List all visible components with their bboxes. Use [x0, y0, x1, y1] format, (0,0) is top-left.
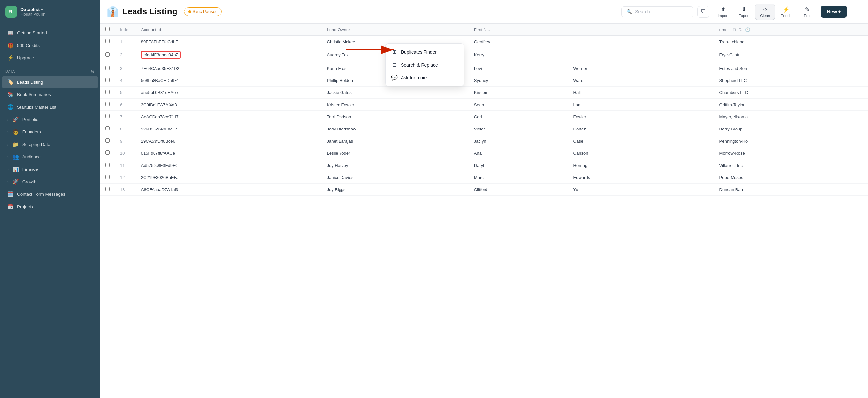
search-replace-item[interactable]: ⊟ Search & Replace	[386, 58, 464, 71]
sidebar-item-audience[interactable]: › 👥 Audience	[2, 151, 98, 163]
sidebar-item-growth[interactable]: › 🚀 Growth	[2, 176, 98, 188]
history-icon[interactable]: 🕐	[745, 27, 750, 32]
audience-icon: 👥	[12, 154, 19, 160]
cell-company: Pope-Moses	[714, 171, 868, 184]
table-row[interactable]: 12 2C219F3026BaEFa Janice Davies Marc Ed…	[100, 171, 868, 184]
cell-first-name: Geoffrey	[469, 36, 568, 48]
enrich-button[interactable]: ⚡ Enrich	[776, 4, 796, 20]
sync-status-label: Sync Paused	[192, 9, 218, 14]
cell-account-id: 3C0fBc1EA7Af4dD	[136, 99, 322, 111]
table-area: Index Account Id Lead Owner First N... e…	[100, 24, 868, 398]
row-checkbox[interactable]	[105, 187, 110, 191]
table-row[interactable]: 13 A8CFAaaaD7A1af3 Joy Riggs Clifford Yu…	[100, 184, 868, 196]
add-section-button[interactable]: ⊕	[91, 68, 95, 74]
toolbar-actions: ⬆ Import ⬇ Export ✧ Clean ⚡ Enrich ✎ Edi…	[713, 4, 817, 20]
new-button[interactable]: New +	[821, 6, 847, 18]
table-row[interactable]: 3 7E64CAad35E81D2 Karla Frost Levi Werne…	[100, 62, 868, 74]
table-row[interactable]: 6 3C0fBc1EA7Af4dD Kristen Fowler Sean La…	[100, 99, 868, 111]
table-row[interactable]: 7 AeACDab78ce7117 Terri Dodson Carl Fowl…	[100, 111, 868, 123]
sidebar-item-label: Portfolio	[22, 117, 39, 122]
sidebar-item-finance[interactable]: › 📊 Finance	[2, 163, 98, 175]
enrich-label: Enrich	[781, 14, 792, 18]
row-checkbox[interactable]	[105, 114, 110, 118]
import-button[interactable]: ⬆ Import	[713, 4, 733, 20]
sidebar-item-startups-master[interactable]: 🌐 Startups Master List	[2, 101, 98, 113]
sidebar-item-contact-form[interactable]: 🗓️ Contact Form Messages	[2, 188, 98, 200]
row-checkbox-cell[interactable]	[100, 87, 115, 99]
row-checkbox[interactable]	[105, 175, 110, 179]
row-checkbox[interactable]	[105, 163, 110, 167]
org-name: Datablist ▾	[20, 7, 45, 12]
sidebar-item-credits[interactable]: 🎁 500 Credits	[2, 39, 98, 52]
sort-icon[interactable]: ⇅	[739, 27, 742, 32]
table-row[interactable]: 9 29CA53fDff6Bce6 Janet Barajas Jaclyn C…	[100, 135, 868, 147]
row-checkbox-cell[interactable]	[100, 147, 115, 159]
table-row[interactable]: 11 Ad5750c8F3Fd9F0 Joy Harvey Daryl Herr…	[100, 159, 868, 171]
cell-account-id: 926B282248FacCc	[136, 123, 322, 135]
sidebar-item-label: Leads Listing	[17, 80, 43, 85]
table-row[interactable]: 5 a5e5bb0B31dEAee Jackie Gates Kirsten H…	[100, 87, 868, 99]
filter-button[interactable]: ⛉	[698, 6, 709, 18]
columns-icon[interactable]: ⊞	[733, 27, 736, 32]
table-row[interactable]: 8 926B282248FacCc Jody Bradshaw Victor C…	[100, 123, 868, 135]
row-checkbox-cell[interactable]	[100, 99, 115, 111]
row-checkbox[interactable]	[105, 39, 110, 43]
row-checkbox[interactable]	[105, 53, 110, 57]
cell-company: Shepherd LLC	[714, 74, 868, 87]
search-icon: 🔍	[626, 9, 632, 15]
clean-button[interactable]: ✧ Clean	[755, 4, 775, 20]
page-logo: 👔	[106, 6, 118, 18]
row-checkbox-cell[interactable]	[100, 48, 115, 62]
cell-last-name: Case	[568, 135, 714, 147]
more-options-button[interactable]: ⋯	[851, 6, 862, 17]
sidebar-item-portfolio[interactable]: › 🚀 Portfolio	[2, 113, 98, 126]
sidebar-header[interactable]: FL Datablist ▾ Florian Poullin	[0, 0, 100, 24]
org-info: Datablist ▾ Florian Poullin	[20, 7, 45, 17]
table-row[interactable]: 4 5e8ba8BaCEDa9F1 Phillip Holden Sydney …	[100, 74, 868, 87]
row-checkbox[interactable]	[105, 102, 110, 106]
sidebar-item-book-summaries[interactable]: 📚 Book Summaries	[2, 89, 98, 101]
row-checkbox[interactable]	[105, 151, 110, 155]
row-checkbox-cell[interactable]	[100, 111, 115, 123]
row-checkbox-cell[interactable]	[100, 171, 115, 184]
select-all-header[interactable]	[100, 24, 115, 36]
row-checkbox-cell[interactable]	[100, 123, 115, 135]
row-checkbox-cell[interactable]	[100, 135, 115, 147]
sidebar-item-scraping-data[interactable]: › 📁 Scraping Data	[2, 138, 98, 151]
chart-icon: 📊	[12, 166, 19, 172]
row-checkbox-cell[interactable]	[100, 36, 115, 48]
sidebar-item-label: 500 Credits	[17, 43, 40, 48]
ask-for-more-item[interactable]: 💬 Ask for more	[386, 71, 464, 84]
avatar: FL	[5, 6, 17, 18]
sidebar-item-projects[interactable]: 📅 Projects	[2, 201, 98, 213]
sidebar-item-label: Upgrade	[17, 56, 34, 60]
sidebar-item-leads-listing[interactable]: 🏷️ Leads Listing	[2, 76, 98, 88]
edit-button[interactable]: ✎ Edit	[797, 4, 817, 20]
cell-last-name	[568, 48, 714, 62]
row-checkbox-cell[interactable]	[100, 74, 115, 87]
row-checkbox-cell[interactable]	[100, 159, 115, 171]
table-row[interactable]: 2 cfad4E3dbdc04b7 Audrey Fox Kerry Frye-…	[100, 48, 868, 62]
search-box[interactable]: 🔍 Search	[621, 6, 693, 18]
sidebar-item-upgrade[interactable]: ⚡ Upgrade	[2, 52, 98, 64]
gift-icon: 🎁	[7, 42, 14, 48]
row-checkbox[interactable]	[105, 126, 110, 131]
row-checkbox[interactable]	[105, 66, 110, 70]
export-button[interactable]: ⬇ Export	[734, 4, 754, 20]
sidebar-item-getting-started[interactable]: 📖 Getting Started	[2, 27, 98, 39]
sidebar-item-label: Founders	[22, 130, 41, 134]
search-placeholder: Search	[635, 9, 650, 14]
row-checkbox[interactable]	[105, 90, 110, 94]
table-row[interactable]: 1 89FFAEbEFfcCdbE Christie Mckee Geoffre…	[100, 36, 868, 48]
row-checkbox[interactable]	[105, 78, 110, 82]
row-checkbox[interactable]	[105, 138, 110, 143]
row-checkbox-cell[interactable]	[100, 62, 115, 74]
select-all-checkbox[interactable]	[105, 27, 110, 31]
row-checkbox-cell[interactable]	[100, 184, 115, 196]
sidebar-item-founders[interactable]: › 🧑 Founders	[2, 126, 98, 138]
cell-lead-owner: Jody Bradshaw	[322, 123, 469, 135]
table-row[interactable]: 10 015Fd67ff8fAACe Leslie Yoder Ana Carl…	[100, 147, 868, 159]
cell-last-name: Yu	[568, 184, 714, 196]
duplicates-finder-item[interactable]: ⊞ Duplicates Finder	[386, 45, 464, 58]
sync-status-badge[interactable]: Sync Paused	[184, 7, 222, 16]
